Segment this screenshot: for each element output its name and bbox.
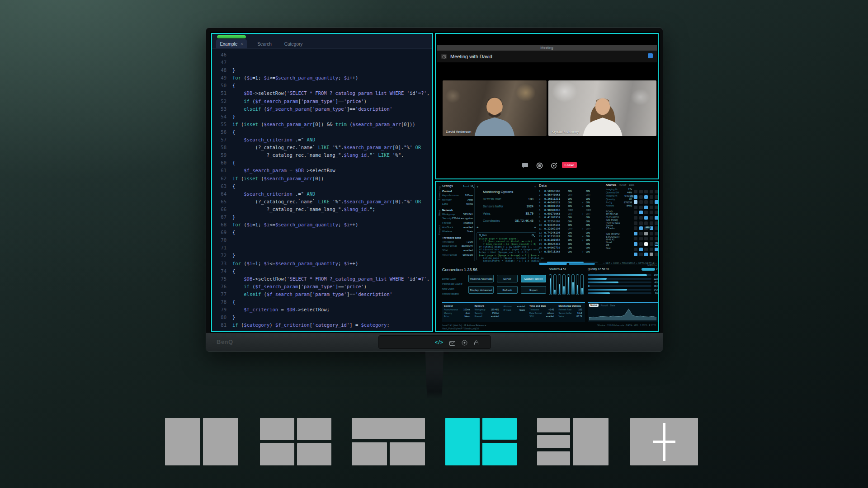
- code-line: 62if (isset ($search_param_arr[0]): [212, 175, 432, 183]
- grid-cell: [639, 195, 643, 199]
- code-line: 63{: [212, 183, 432, 190]
- add-person-icon[interactable]: [551, 162, 559, 169]
- search-icon[interactable]: [532, 234, 534, 236]
- video-tile-krystal[interactable]: Krystal Mckinney: [548, 80, 656, 136]
- dashboard-button[interactable]: Tracking Automatic: [468, 275, 494, 282]
- search-icon[interactable]: [471, 185, 473, 187]
- code-area[interactable]: 464748}49for ($i=1; $i<=$search_param_qu…: [212, 49, 432, 331]
- noise-tab[interactable]: Data: [610, 304, 615, 307]
- layout-option-2[interactable]: [260, 418, 331, 465]
- settings-row: Artwork8403: [606, 204, 632, 207]
- meeting-window-titlebar[interactable]: Meeting: [437, 45, 657, 51]
- dashboard-button[interactable]: Export: [521, 286, 546, 294]
- dashboard-button[interactable]: Server: [497, 275, 518, 282]
- layout-option-1[interactable]: [165, 418, 238, 465]
- heatmap-grid: [634, 190, 659, 258]
- search-icon[interactable]: [656, 268, 659, 270]
- code-line: 59 ?_catalog_rec.`name_lang_".$lang_id."…: [212, 151, 432, 159]
- source-gauge: [558, 274, 561, 295]
- grid-cell: [655, 253, 658, 256]
- connection-label: New Outlet: [442, 286, 466, 291]
- clock-icon: [441, 54, 447, 59]
- layout-option-4[interactable]: [445, 418, 517, 465]
- settings-row: MemoryAmb: [442, 198, 473, 202]
- sources-title: Sources 4.51: [549, 267, 586, 271]
- terminal-icon: [479, 234, 481, 236]
- tab-category[interactable]: Category: [281, 39, 306, 48]
- crop-mark: +: [476, 226, 479, 230]
- grid-cell: [644, 253, 648, 256]
- dashboard-button[interactable]: Refresh: [497, 286, 518, 294]
- settings-row: Workgroup165-481: [475, 308, 499, 312]
- connection-label: Remote loaded: [442, 291, 466, 296]
- grid-cell: [639, 253, 643, 256]
- monitor-screen: Example × Search Category 464748}49for (…: [210, 32, 660, 333]
- settings-pill[interactable]: [463, 185, 469, 187]
- code-line: 57 $search_criterion .=" AND: [212, 136, 432, 144]
- table-row: 10.58363106ONON: [539, 189, 604, 193]
- grid-cell: [650, 211, 653, 214]
- layout-option-5[interactable]: [537, 418, 609, 465]
- dashboard-button[interactable]: Display: Advanced: [468, 286, 494, 294]
- table-row: 80.41381959ONON: [539, 216, 604, 219]
- connection-section: Connection 1.23.56 Device 1200PollingRat…: [442, 267, 547, 300]
- settings-row: Security256-bit encryption: [442, 216, 473, 221]
- table-row: 20.56440963OFFOFF: [539, 193, 604, 197]
- analysis-tab[interactable]: Data: [629, 183, 634, 186]
- code-line: 65 (?_catalog_rec.`name` LIKE '%".$searc…: [212, 198, 432, 206]
- noise-tab[interactable]: Runoff: [601, 304, 608, 307]
- settings-row: Firewallenabled: [442, 221, 473, 225]
- table-row: 50.08301150ON+ON: [539, 204, 604, 208]
- code-line: 56{: [212, 128, 432, 136]
- layout-option-6[interactable]: [630, 418, 698, 465]
- layout-option-3[interactable]: [352, 418, 425, 465]
- record-icon[interactable]: [536, 162, 544, 169]
- analysis-tab[interactable]: Analysis: [606, 183, 616, 186]
- monitoring-options-panel: + + + + Monitoring Options Refresh Rate1…: [476, 185, 536, 230]
- code-line: 69{: [212, 229, 432, 236]
- tab-search[interactable]: Search: [254, 39, 275, 48]
- settings-row: Workgroup523-241: [442, 212, 473, 217]
- code-line: 46: [212, 51, 432, 59]
- footer-settings-column: Time and DateTimezone+2:45Date Formatdd-…: [529, 304, 554, 320]
- code-line: 68for ($i=1; $i<=$search_param_quantity;…: [212, 221, 432, 229]
- code-mode-icon[interactable]: </>: [435, 340, 443, 345]
- tab-example[interactable]: Example ×: [216, 39, 247, 48]
- aperture-icon[interactable]: [462, 339, 467, 345]
- dashboard-button[interactable]: Capture screen: [521, 275, 546, 282]
- grid-cell: [655, 206, 658, 209]
- settings-row: Quantity81: [606, 198, 632, 201]
- grid-cell: [634, 237, 637, 240]
- side-tab[interactable]: Threading: [438, 186, 441, 202]
- code-line: 52 if ($f_search_param['param_type']=='p…: [212, 98, 432, 105]
- connection-label: Device 1200: [442, 277, 466, 282]
- grid-cell: [644, 242, 648, 246]
- settings-row: WirelessStats: [442, 230, 473, 234]
- grid-cell: [650, 221, 653, 225]
- grid-cell: [655, 216, 658, 220]
- video-tile-david[interactable]: David Anderson: [443, 80, 547, 136]
- lock-icon[interactable]: [474, 339, 480, 345]
- grid-cell: [639, 232, 643, 235]
- side-tab[interactable]: Bias: [438, 210, 441, 218]
- grid-cell: [644, 216, 648, 220]
- meeting-settings-icon[interactable]: [648, 53, 653, 58]
- quality-filter-pill[interactable]: [642, 268, 655, 271]
- chat-icon[interactable]: [522, 162, 530, 169]
- code-line: 80}: [212, 314, 432, 321]
- side-tab[interactable]: Project: [438, 225, 441, 237]
- quality-bar: 2210: [588, 277, 659, 281]
- status-right: 38 mins · 120 GHz/records · DATA · MID ·…: [597, 324, 656, 330]
- analysis-tab[interactable]: Runoff: [619, 183, 626, 186]
- grid-cell: [644, 221, 648, 225]
- noise-tab[interactable]: Noise: [589, 304, 599, 307]
- mail-icon[interactable]: [449, 339, 455, 345]
- grid-cell: [655, 226, 658, 230]
- settings-row: Add-onsenabled: [503, 305, 525, 309]
- section-title: Network: [475, 305, 499, 307]
- grid-cell: [655, 237, 658, 240]
- quality-title: Quality 12.56.91: [588, 267, 609, 271]
- leave-button[interactable]: Leave: [562, 162, 577, 168]
- editor-tab-bar: Example × Search Category: [212, 34, 432, 49]
- close-tab-icon[interactable]: ×: [241, 42, 243, 46]
